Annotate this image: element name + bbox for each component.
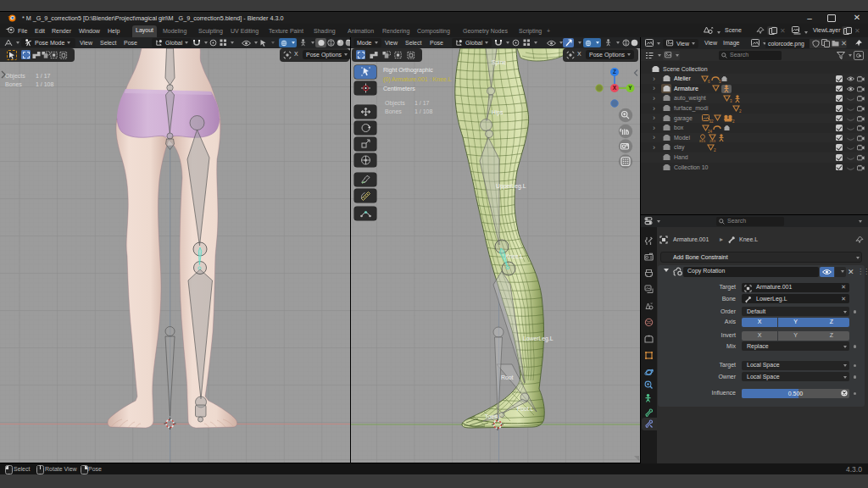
svg-text:Right Orthographic: Right Orthographic: [383, 67, 433, 74]
svg-text:Knee.L: Knee.L: [505, 253, 524, 259]
svg-text:5: 5: [719, 80, 721, 84]
svg-text:Y: Y: [628, 85, 632, 91]
svg-text:(0) Armature.001 : Knee.L: (0) Armature.001 : Knee.L: [383, 76, 452, 83]
svg-text:Objects: Objects: [5, 73, 25, 80]
svg-text:1 / 108: 1 / 108: [415, 108, 433, 114]
svg-text:Root: Root: [501, 374, 513, 380]
svg-text:Z: Z: [613, 69, 616, 75]
svg-text:6: 6: [708, 80, 710, 84]
svg-text:1 / 17: 1 / 17: [415, 100, 430, 106]
svg-text:Foot.L: Foot.L: [517, 406, 533, 412]
svg-text:Hips: Hips: [492, 109, 504, 116]
svg-text:LowerLeg.L: LowerLeg.L: [523, 336, 554, 342]
svg-text:Bones: Bones: [385, 108, 402, 114]
svg-text:Toes.L: Toes.L: [485, 413, 502, 419]
svg-text:UpperLeg.L: UpperLeg.L: [496, 183, 526, 190]
svg-text:Centimeters: Centimeters: [383, 86, 415, 92]
svg-text:1 / 17: 1 / 17: [36, 73, 51, 79]
svg-text:Bones: Bones: [5, 81, 22, 87]
svg-text:X: X: [613, 85, 617, 91]
svg-text:1 / 108: 1 / 108: [36, 81, 54, 87]
svg-text:Objects: Objects: [385, 100, 405, 107]
